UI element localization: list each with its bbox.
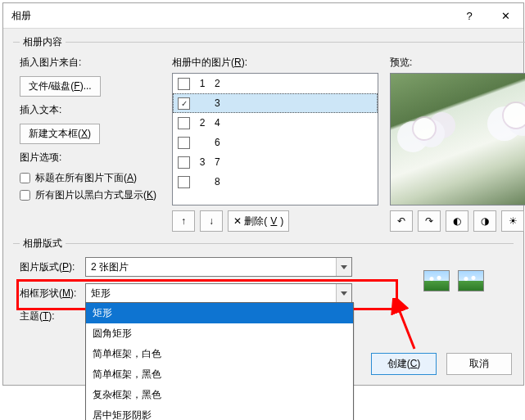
- frame-shape-combo[interactable]: 矩形: [85, 283, 352, 303]
- new-textbox-button[interactable]: 新建文本框(X): [20, 124, 100, 144]
- insert-picture-from-label: 插入图片来自:: [20, 56, 161, 70]
- frame-shape-option[interactable]: 简单框架，黑色: [86, 364, 353, 385]
- brightness-up-icon: ☀: [509, 215, 518, 227]
- create-button[interactable]: 创建(C): [371, 353, 437, 375]
- list-item-index: 3: [197, 156, 208, 168]
- cancel-button[interactable]: 取消: [446, 353, 512, 375]
- album-layout-legend: 相册版式: [20, 237, 66, 251]
- frame-shape-value: 矩形: [86, 287, 336, 300]
- list-item-name: 2: [215, 78, 373, 89]
- dialog-title: 相册: [11, 9, 451, 23]
- list-item-name: 4: [215, 117, 373, 129]
- file-disk-button[interactable]: 文件/磁盘(F)...: [20, 76, 101, 97]
- list-item[interactable]: 8: [173, 172, 378, 192]
- list-item-checkbox[interactable]: ✓: [178, 97, 190, 110]
- preview-image: [391, 74, 525, 205]
- frame-shape-dropdown[interactable]: 矩形圆角矩形简单框架，白色简单框架，黑色复杂框架，黑色居中矩形阴影柔化边缘矩形: [85, 302, 354, 420]
- black-white-input[interactable]: [20, 190, 30, 201]
- move-down-button[interactable]: ↓: [200, 210, 223, 232]
- close-button[interactable]: ✕: [487, 3, 523, 28]
- frame-shape-option[interactable]: 圆角矩形: [86, 323, 353, 344]
- rotate-right-icon: ↷: [425, 215, 433, 227]
- brightness-up-button[interactable]: ☀: [501, 210, 524, 232]
- picture-options-label: 图片选项:: [20, 151, 161, 165]
- contrast-up-button[interactable]: ◐: [446, 210, 468, 232]
- titlebar: 相册 ? ✕: [3, 3, 523, 29]
- list-item-checkbox[interactable]: [178, 78, 190, 90]
- picture-layout-combo[interactable]: 2 张图片: [85, 257, 352, 277]
- list-item[interactable]: 6: [173, 133, 378, 152]
- picture-layout-value: 2 张图片: [86, 260, 336, 274]
- picture-layout-label: 图片版式(P):: [20, 260, 85, 274]
- contrast-up-icon: ◐: [453, 215, 461, 227]
- pictures-listbox[interactable]: 12✓3246378: [172, 73, 378, 205]
- frame-shape-option[interactable]: 矩形: [86, 303, 353, 323]
- help-button[interactable]: ?: [451, 3, 487, 28]
- contrast-down-icon: ◑: [481, 215, 489, 227]
- remove-button[interactable]: ✕ 删除(V): [228, 210, 289, 232]
- move-up-button[interactable]: ↑: [172, 210, 195, 232]
- album-content-section: 相册内容 插入图片来自: 文件/磁盘(F)... 插入文本: 新建文本框(X) …: [13, 35, 525, 232]
- preview-label: 预览:: [390, 56, 525, 70]
- list-item-checkbox[interactable]: [178, 176, 190, 188]
- chevron-down-icon[interactable]: [336, 258, 351, 276]
- insert-text-label: 插入文本:: [20, 103, 161, 117]
- layout-thumb: [423, 270, 450, 291]
- frame-shape-option[interactable]: 复杂框架，黑色: [86, 385, 353, 405]
- list-item-checkbox[interactable]: [178, 156, 190, 169]
- frame-shape-option[interactable]: 居中矩形阴影: [86, 405, 353, 420]
- contrast-down-button[interactable]: ◑: [473, 210, 496, 232]
- black-white-checkbox[interactable]: 所有图片以黑白方式显示(K): [20, 188, 161, 202]
- list-item[interactable]: 37: [173, 152, 378, 172]
- frame-shape-option[interactable]: 简单框架，白色: [86, 344, 353, 364]
- list-item[interactable]: ✓3: [173, 93, 378, 113]
- album-content-legend: 相册内容: [20, 35, 66, 49]
- list-item-checkbox[interactable]: [178, 117, 190, 129]
- list-item-index: 2: [197, 117, 208, 129]
- chevron-down-icon[interactable]: [336, 284, 351, 302]
- rotate-right-button[interactable]: ↷: [418, 210, 441, 232]
- rotate-left-button[interactable]: ↶: [390, 210, 413, 232]
- frame-shape-label: 相框形状(M):: [20, 287, 85, 300]
- preview-pane: [390, 73, 525, 205]
- rotate-left-icon: ↶: [397, 215, 405, 227]
- list-item[interactable]: 24: [173, 113, 378, 133]
- caption-below-checkbox[interactable]: 标题在所有图片下面(A): [20, 171, 161, 185]
- list-item-checkbox[interactable]: [178, 137, 190, 149]
- layout-thumbnails: [423, 270, 484, 291]
- list-item-name: 7: [215, 156, 373, 168]
- list-item-name: 8: [215, 176, 373, 187]
- caption-below-input[interactable]: [20, 173, 30, 183]
- list-item-index: 1: [197, 78, 208, 89]
- list-item-name: 6: [215, 137, 373, 148]
- layout-thumb: [458, 270, 484, 291]
- list-item-name: 3: [215, 97, 373, 109]
- list-item[interactable]: 12: [173, 74, 378, 93]
- theme-label: 主题(T):: [20, 309, 85, 323]
- pictures-in-album-label: 相册中的图片(R):: [172, 56, 378, 70]
- photo-album-dialog: 相册 ? ✕ 相册内容 插入图片来自: 文件/磁盘(F)... 插入文本: 新建…: [2, 2, 524, 386]
